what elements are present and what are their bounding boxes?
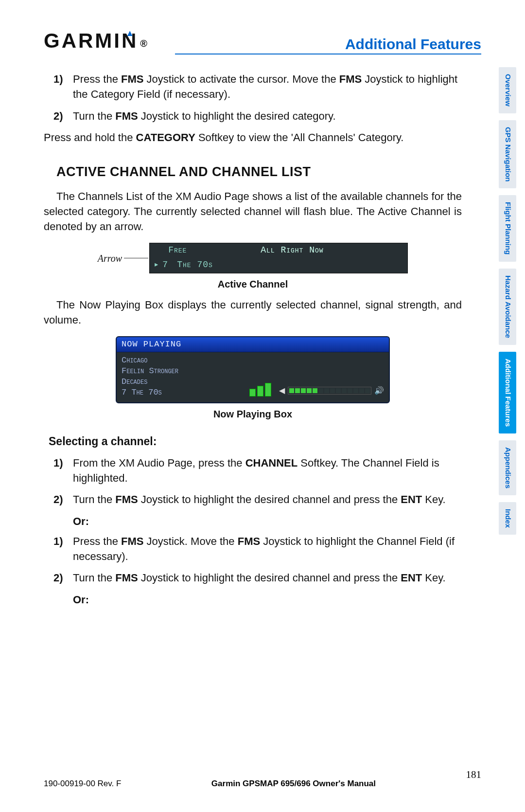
np-track: Feelin Stronger bbox=[122, 366, 249, 377]
tab-gps-navigation[interactable]: GPS Navigation bbox=[499, 120, 516, 189]
tab-hazard-avoidance[interactable]: Hazard Avoidance bbox=[499, 269, 516, 345]
ac-song: All Right Now bbox=[261, 244, 323, 256]
hold-category-line: Press and hold the CATEGORY Softkey to v… bbox=[44, 130, 462, 145]
tab-overview[interactable]: Overview bbox=[499, 67, 516, 113]
step-number: 2) bbox=[53, 492, 73, 507]
selecting-steps-a: 1)From the XM Audio Page, press the CHAN… bbox=[53, 456, 462, 507]
page-header: GARMIN▲® Additional Features bbox=[44, 29, 481, 53]
step: 2)Turn the FMS Joystick to highlight the… bbox=[53, 109, 462, 124]
signal-strength-icon bbox=[249, 383, 271, 397]
active-channel-caption: Active Channel bbox=[44, 277, 462, 291]
or-separator-2: Or: bbox=[73, 593, 462, 608]
step: 1)Press the FMS Joystick to activate the… bbox=[53, 72, 462, 102]
speaker-low-icon: ◀ bbox=[279, 385, 285, 396]
channels-paragraph: The Channels List of the XM Audio Page s… bbox=[44, 189, 462, 234]
volume-bar bbox=[288, 387, 371, 395]
step-text: Turn the FMS Joystick to highlight the d… bbox=[73, 109, 462, 124]
tab-appendices[interactable]: Appendices bbox=[499, 440, 516, 495]
step: 1)From the XM Audio Page, press the CHAN… bbox=[53, 456, 462, 486]
arrow-leader-line bbox=[124, 258, 148, 258]
now-playing-figure: NOW PLAYING Chicago Feelin Stronger Deca… bbox=[44, 336, 462, 420]
arrow-callout-label: Arrow bbox=[98, 252, 122, 265]
or-separator-1: Or: bbox=[73, 514, 462, 529]
sub-heading: Selecting a channel: bbox=[49, 433, 462, 449]
intro-steps: 1)Press the FMS Joystick to activate the… bbox=[53, 72, 462, 124]
np-channel: 7 The 70s bbox=[122, 387, 249, 398]
brand-logo: GARMIN▲® bbox=[44, 29, 158, 53]
step-number: 2) bbox=[53, 571, 73, 586]
step-number: 2) bbox=[53, 109, 73, 124]
active-channel-box: Free All Right Now ▸ 7 The 70s bbox=[149, 243, 408, 273]
tab-flight-planning[interactable]: Flight Planning bbox=[499, 195, 516, 261]
step-text: Press the FMS Joystick to activate the c… bbox=[73, 72, 462, 102]
page-title: Additional Features bbox=[345, 36, 481, 53]
section-heading: ACTIVE CHANNEL AND CHANNEL LIST bbox=[56, 163, 462, 181]
doc-revision: 190-00919-00 Rev. F bbox=[44, 779, 121, 789]
tab-additional-features[interactable]: Additional Features bbox=[499, 352, 516, 433]
ac-category: Free bbox=[168, 244, 261, 256]
brand-text: GARMIN bbox=[44, 29, 138, 53]
ac-channel-number: 7 bbox=[162, 259, 177, 271]
step-number: 1) bbox=[53, 456, 73, 486]
np-genre: Decades bbox=[122, 377, 249, 387]
now-playing-box: NOW PLAYING Chicago Feelin Stronger Deca… bbox=[116, 336, 390, 403]
side-tabs: OverviewGPS NavigationFlight PlanningHaz… bbox=[499, 67, 516, 535]
selecting-steps-b: 1)Press the FMS Joystick. Move the FMS J… bbox=[53, 534, 462, 586]
arrow-icon: ▸ bbox=[154, 259, 162, 271]
volume-indicator: ◀ 🔊 bbox=[279, 385, 384, 396]
step-text: From the XM Audio Page, press the CHANNE… bbox=[73, 456, 462, 486]
step: 2)Turn the FMS Joystick to highlight the… bbox=[53, 571, 462, 586]
tab-index[interactable]: Index bbox=[499, 502, 516, 535]
logo-triangle-icon: ▲ bbox=[125, 28, 136, 38]
speaker-high-icon: 🔊 bbox=[374, 385, 384, 396]
page-number: 181 bbox=[466, 769, 481, 781]
main-content: 1)Press the FMS Joystick to activate the… bbox=[44, 72, 481, 608]
step-text: Press the FMS Joystick. Move the FMS Joy… bbox=[73, 534, 462, 564]
step-number: 1) bbox=[53, 534, 73, 564]
active-channel-figure: Arrow Free All Right Now ▸ 7 The 70s Act… bbox=[44, 243, 462, 290]
page-footer: 190-00919-00 Rev. F Garmin GPSMAP 695/69… bbox=[44, 777, 481, 790]
step: 1)Press the FMS Joystick. Move the FMS J… bbox=[53, 534, 462, 564]
now-playing-caption: Now Playing Box bbox=[44, 407, 462, 421]
ac-channel-name: The 70s bbox=[177, 259, 213, 271]
now-playing-title: NOW PLAYING bbox=[117, 337, 389, 352]
np-artist: Chicago bbox=[122, 355, 249, 366]
header-rule bbox=[175, 54, 481, 54]
step-text: Turn the FMS Joystick to highlight the d… bbox=[73, 492, 462, 507]
step-number: 1) bbox=[53, 72, 73, 102]
step: 2)Turn the FMS Joystick to highlight the… bbox=[53, 492, 462, 507]
now-playing-paragraph: The Now Playing Box displays the current… bbox=[44, 298, 462, 328]
step-text: Turn the FMS Joystick to highlight the d… bbox=[73, 571, 462, 586]
manual-title: Garmin GPSMAP 695/696 Owner's Manual bbox=[211, 779, 376, 789]
